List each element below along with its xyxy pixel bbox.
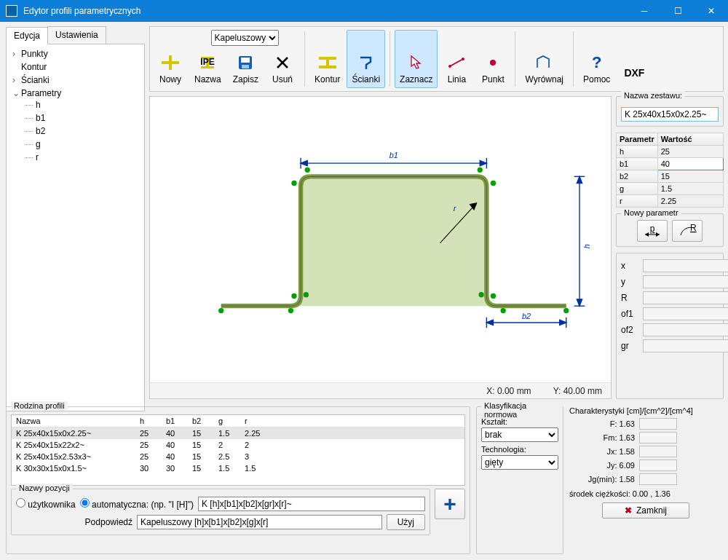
- hint-input[interactable]: [137, 515, 382, 529]
- scianki-button[interactable]: Ścianki: [347, 30, 385, 88]
- svg-point-26: [501, 308, 506, 313]
- radio-user[interactable]: użytkownika: [16, 498, 76, 510]
- status-y: Y: 40.00 mm: [553, 386, 602, 396]
- nowy-icon: [160, 54, 181, 71]
- close-app-button[interactable]: ✖Zamknij: [602, 502, 689, 518]
- svg-rect-1: [169, 55, 172, 70]
- table-row[interactable]: K 30x30x15x0x1.5~3030151.51.5: [12, 462, 464, 474]
- main-toolbar: Nowy Kapeluszowy IPENazwa Zapisz Usuń Ko…: [149, 26, 724, 92]
- tree-param-g[interactable]: g: [12, 138, 144, 151]
- param-table[interactable]: ParametrWartość h25 b140 b215 g1.5 r2.25: [616, 133, 724, 208]
- svg-point-28: [304, 292, 309, 297]
- radio-auto[interactable]: automatyczna: (np. "I [H]"): [80, 498, 194, 510]
- svg-point-24: [491, 181, 496, 186]
- family-table[interactable]: Nazwa h b1 b2 g r K 25x40x15x0x2.25~2540…: [12, 415, 464, 474]
- set-name-input[interactable]: [621, 107, 719, 122]
- kontur-button[interactable]: Kontur: [309, 30, 345, 88]
- characteristics-group: Charakterystyki [cm]/[cm^2]/[cm^4] F: 1.…: [569, 406, 722, 554]
- tree-parametry[interactable]: ⌄Parametry h b1 b2 g r: [7, 87, 144, 165]
- app-icon: [6, 5, 17, 17]
- point-icon: [483, 54, 503, 71]
- align-icon: [534, 54, 555, 71]
- field-R[interactable]: [643, 291, 728, 304]
- left-tabs: Edycja Ustawienia: [6, 26, 145, 44]
- new-param-p-button[interactable]: p: [637, 220, 668, 242]
- maximize-button[interactable]: ☐: [661, 0, 695, 22]
- tree-punkty[interactable]: ›Punkty: [7, 47, 144, 60]
- ipe-icon: IPE: [197, 54, 218, 71]
- field-gr[interactable]: [643, 339, 728, 352]
- svg-marker-31: [301, 161, 307, 166]
- svg-point-19: [288, 308, 293, 313]
- svg-point-15: [448, 65, 451, 68]
- svg-text:p: p: [650, 224, 655, 234]
- svg-point-20: [291, 293, 296, 299]
- help-icon: ?: [587, 54, 607, 71]
- tree-param-b1[interactable]: b1: [12, 111, 144, 125]
- use-button[interactable]: Użyj: [387, 514, 425, 530]
- tab-ustawienia[interactable]: Ustawienia: [47, 26, 106, 44]
- field-y[interactable]: [643, 275, 728, 288]
- wyrownaj-button[interactable]: Wyrównaj: [520, 30, 569, 88]
- svg-rect-8: [242, 65, 249, 68]
- shape-select[interactable]: brak: [481, 427, 558, 442]
- table-row[interactable]: K 25x40x15x2.53x3~2540152.53: [12, 451, 464, 462]
- svg-point-23: [478, 167, 483, 173]
- svg-point-21: [291, 181, 296, 186]
- table-row[interactable]: K 25x40x15x0x2.25~2540151.52.25: [12, 427, 464, 440]
- new-param-r-button[interactable]: R: [672, 220, 703, 242]
- svg-rect-13: [326, 57, 329, 68]
- linia-button[interactable]: Linia: [439, 30, 474, 88]
- profile-type-select[interactable]: Kapeluszowy: [211, 30, 279, 46]
- add-profile-button[interactable]: +: [435, 489, 465, 519]
- svg-marker-32: [480, 161, 486, 166]
- drawing-canvas[interactable]: b1 b2 h r X: 0.00 mm Y: 40.00 mm: [149, 96, 612, 399]
- svg-marker-37: [577, 299, 582, 306]
- svg-marker-36: [577, 176, 582, 183]
- svg-point-18: [218, 308, 223, 313]
- svg-text:r: r: [454, 204, 456, 213]
- tree-param-h[interactable]: h: [12, 98, 144, 111]
- close-button[interactable]: ✕: [695, 0, 728, 22]
- tech-select[interactable]: gięty: [481, 455, 558, 470]
- svg-rect-7: [241, 58, 250, 63]
- set-name-group: Nazwa zestawu:: [616, 96, 724, 127]
- field-of2[interactable]: [643, 323, 728, 336]
- tree-view[interactable]: ›Punkty Kontur ›Ścianki ⌄Parametry h b1 …: [6, 44, 145, 411]
- field-x[interactable]: [643, 259, 728, 272]
- scianki-icon: [356, 54, 376, 71]
- zaznacz-button[interactable]: Zaznacz: [395, 30, 438, 88]
- minimize-button[interactable]: ─: [628, 0, 661, 22]
- tab-edycja[interactable]: Edycja: [6, 27, 48, 44]
- svg-line-14: [450, 59, 463, 66]
- line-icon: [446, 54, 467, 71]
- tree-param-b2[interactable]: b2: [12, 125, 144, 138]
- svg-text:b2: b2: [522, 312, 531, 320]
- nazwa-button[interactable]: IPENazwa: [189, 50, 226, 88]
- svg-point-27: [563, 308, 569, 313]
- svg-text:R: R: [690, 224, 697, 233]
- svg-text:b1: b1: [389, 151, 398, 159]
- window-title: Edytor profili parametrycznych: [23, 6, 628, 16]
- new-param-group: Nowy parametr p R: [616, 213, 724, 247]
- svg-marker-42: [560, 320, 566, 325]
- name-pattern-input[interactable]: [198, 497, 425, 511]
- zapisz-button[interactable]: Zapisz: [228, 50, 264, 88]
- usun-button[interactable]: Usuń: [265, 50, 300, 88]
- tree-scianki[interactable]: ›Ścianki: [7, 74, 144, 87]
- pomoc-button[interactable]: ?Pomoc: [578, 30, 615, 88]
- dxf-button[interactable]: DXF: [617, 30, 652, 88]
- punkt-button[interactable]: Punkt: [475, 30, 510, 88]
- status-x: X: 0.00 mm: [486, 386, 531, 396]
- nowy-button[interactable]: Nowy: [153, 30, 188, 88]
- kontur-icon: [317, 54, 338, 71]
- svg-marker-54: [656, 232, 660, 237]
- table-row[interactable]: K 25x40x15x22x2~25401522: [12, 439, 464, 451]
- klasyfikacja-group: Klasyfikacja normowa Kształt: brak Techn…: [476, 406, 563, 554]
- tree-kontur[interactable]: Kontur: [7, 60, 144, 74]
- svg-point-29: [478, 292, 483, 297]
- field-of1[interactable]: [643, 307, 728, 320]
- tree-param-r[interactable]: r: [12, 151, 144, 164]
- title-bar: Edytor profili parametrycznych ─ ☐ ✕: [0, 0, 728, 22]
- svg-point-25: [491, 293, 496, 299]
